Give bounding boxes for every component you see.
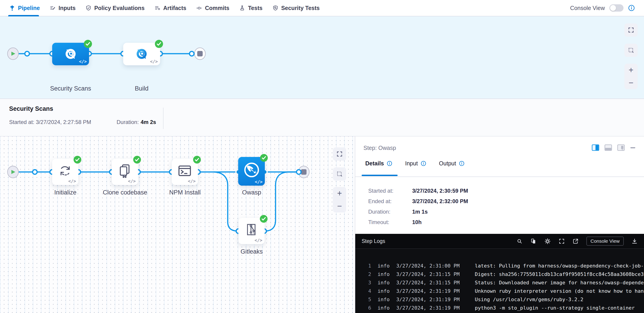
detail-label: Timeout: bbox=[368, 219, 412, 225]
initialize-step-icon bbox=[58, 164, 72, 178]
log-message: python3 -m sto_plugin --run-strategy sin… bbox=[475, 305, 635, 311]
log-message: Status: Downloaded newer image for harne… bbox=[475, 280, 644, 286]
log-message: Using /usr/local/rvm/gems/ruby-3.2.2 bbox=[475, 297, 584, 302]
detail-label: Duration: bbox=[368, 209, 412, 215]
fullscreen-icon bbox=[336, 151, 343, 157]
stop-icon bbox=[197, 51, 203, 56]
info-icon bbox=[387, 161, 392, 166]
clone-codebase-step-icon bbox=[118, 163, 132, 178]
tab-label: Security Tests bbox=[281, 5, 320, 11]
stage-duration: Duration:4m 2s bbox=[116, 119, 156, 125]
tab-pipeline[interactable]: Pipeline bbox=[9, 0, 40, 16]
tab-commits[interactable]: Commits bbox=[196, 0, 229, 16]
detail-value: 10h bbox=[412, 219, 422, 225]
code-chip: </> bbox=[79, 59, 87, 64]
tab-label: Inputs bbox=[58, 5, 76, 11]
stage-node-build[interactable]: </> bbox=[123, 43, 160, 65]
tab-security-tests[interactable]: Security Tests bbox=[272, 0, 320, 16]
tab-inputs[interactable]: Inputs bbox=[50, 0, 76, 16]
search-icon[interactable] bbox=[516, 238, 522, 244]
stage-summary-band: Security Scans Started at: 3/27/2024, 2:… bbox=[0, 98, 644, 136]
tabs-divider bbox=[355, 177, 644, 177]
marquee-select-icon bbox=[336, 171, 343, 177]
duration-value: 4m 2s bbox=[140, 119, 156, 125]
step-logs-console: Step Logs bbox=[355, 234, 644, 313]
stop-icon bbox=[301, 169, 306, 175]
stage-canvas-fullscreen-button[interactable] bbox=[624, 23, 638, 37]
step-node-gitleaks[interactable]: </> bbox=[238, 218, 264, 244]
tab-label: Tests bbox=[248, 5, 262, 11]
panel-view-controls bbox=[592, 144, 636, 151]
layout-floating-icon[interactable] bbox=[617, 144, 625, 151]
npm-install-step-icon bbox=[178, 164, 192, 178]
step-details-panel: Step: Owasp Details Input bbox=[355, 136, 644, 313]
step-panel-tabs: Details Input Output bbox=[365, 160, 464, 167]
log-timestamp: 3/27/2024, 2:31:19 PM bbox=[396, 297, 468, 302]
log-timestamp: 3/27/2024, 2:31:19 PM bbox=[396, 288, 468, 294]
tab-tests[interactable]: Tests bbox=[239, 0, 262, 16]
layout-bottom-split-icon[interactable] bbox=[604, 144, 612, 151]
success-check-badge bbox=[84, 39, 92, 48]
log-timestamp: 3/27/2024, 2:31:15 PM bbox=[396, 280, 468, 286]
settings-gear-icon[interactable] bbox=[544, 238, 551, 245]
console-view-button[interactable]: Console View bbox=[586, 237, 624, 246]
open-in-new-icon[interactable] bbox=[572, 238, 579, 244]
tab-input[interactable]: Input bbox=[405, 160, 426, 167]
inputs-icon bbox=[50, 5, 56, 11]
minimize-panel-icon[interactable] bbox=[630, 144, 636, 151]
download-icon[interactable] bbox=[632, 238, 638, 244]
fullscreen-icon bbox=[628, 27, 634, 33]
stage-canvas-zoom-controls: + − bbox=[624, 64, 638, 89]
tab-output[interactable]: Output bbox=[439, 160, 464, 167]
stage-label: Security Scans bbox=[41, 85, 100, 92]
step-node-owasp[interactable]: </> bbox=[238, 157, 265, 186]
tab-label: Input bbox=[405, 160, 418, 167]
step-node-initialize[interactable]: </> bbox=[52, 159, 78, 185]
tab-details[interactable]: Details bbox=[365, 160, 392, 167]
tab-artifacts[interactable]: Artifacts bbox=[154, 0, 186, 16]
log-line: 2 info 3/27/2024, 2:31:15 PM Digest: sha… bbox=[364, 270, 644, 279]
zoom-out-button[interactable]: − bbox=[337, 202, 342, 210]
zoom-out-button[interactable]: − bbox=[628, 79, 633, 87]
step-canvas-fullscreen-button[interactable] bbox=[333, 147, 346, 161]
log-line: 1 info 3/27/2024, 2:31:00 PM latest: Pul… bbox=[364, 262, 644, 270]
copy-icon[interactable] bbox=[530, 238, 536, 244]
step-logs-body[interactable]: 1 info 3/27/2024, 2:31:00 PM latest: Pul… bbox=[355, 249, 644, 313]
step-graph-canvas[interactable]: </> Initialize </> Clone codebase bbox=[0, 136, 355, 313]
log-message: Unknown ruby interpreter version (do not… bbox=[475, 288, 644, 294]
stage-summary-title: Security Scans bbox=[9, 105, 53, 112]
layout-right-split-icon[interactable] bbox=[592, 144, 599, 151]
log-timestamp: 3/27/2024, 2:31:00 PM bbox=[396, 263, 468, 269]
console-view-toggle[interactable] bbox=[610, 4, 624, 11]
detail-row-started-at: Started at: 3/27/2024, 2:30:59 PM bbox=[368, 186, 468, 196]
info-icon bbox=[459, 161, 464, 166]
log-timestamp: 3/27/2024, 2:31:19 PM bbox=[396, 305, 468, 311]
stage-graph-canvas[interactable]: </> Security Scans </> Build bbox=[0, 16, 644, 98]
duration-label: Duration: bbox=[116, 119, 139, 125]
detail-value: 1m 1s bbox=[412, 209, 428, 215]
fullscreen-icon[interactable] bbox=[558, 238, 565, 244]
log-level: info bbox=[378, 297, 390, 302]
stage-node-security-scans[interactable]: </> bbox=[52, 43, 89, 65]
detail-row-duration: Duration: 1m 1s bbox=[368, 207, 468, 217]
gitleaks-step-icon bbox=[244, 223, 259, 237]
tab-policy-evaluations[interactable]: Policy Evaluations bbox=[86, 0, 144, 16]
info-icon[interactable] bbox=[628, 4, 635, 11]
step-node-clone-codebase[interactable]: </> bbox=[112, 159, 138, 185]
step-panel-title: Step: Owasp bbox=[364, 145, 396, 151]
policy-evaluations-icon bbox=[86, 5, 92, 11]
tab-label: Pipeline bbox=[18, 5, 40, 11]
code-chip: </> bbox=[254, 238, 262, 243]
code-chip: </> bbox=[128, 179, 136, 184]
step-canvas-select-button[interactable] bbox=[333, 167, 346, 181]
vertical-divider bbox=[163, 108, 164, 129]
zoom-in-button[interactable]: + bbox=[337, 189, 342, 197]
success-check-badge bbox=[73, 156, 82, 164]
security-tests-icon bbox=[272, 5, 278, 11]
stage-canvas-select-button[interactable] bbox=[624, 44, 638, 57]
step-node-npm-install[interactable]: </> bbox=[172, 159, 198, 185]
log-level: info bbox=[378, 271, 390, 277]
zoom-in-button[interactable]: + bbox=[628, 66, 633, 74]
step-label: Clone codebase bbox=[96, 189, 154, 196]
log-line-number: 6 bbox=[364, 305, 371, 311]
